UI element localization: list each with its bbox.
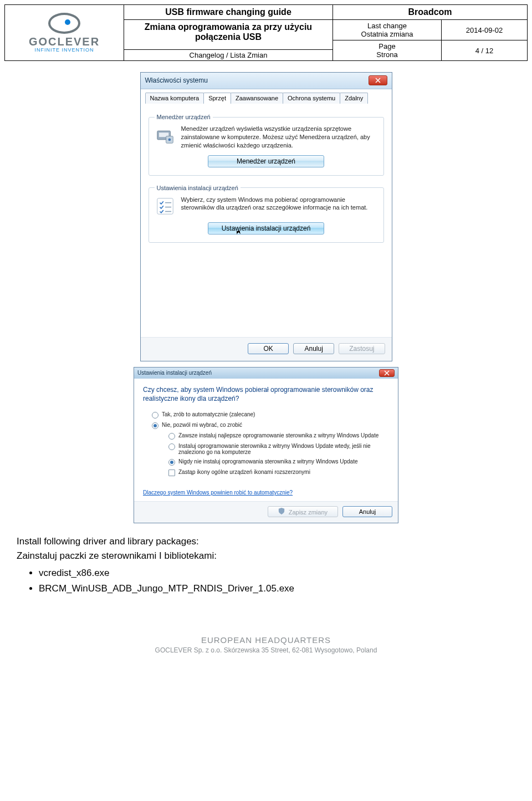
cancel-button[interactable]: Anuluj [293, 343, 334, 354]
device-manager-legend: Menedżer urządzeń [155, 114, 213, 120]
doc-title-en: USB firmware changing guide [124, 5, 332, 20]
footer-address: GOCLEVER Sp. z o.o. Skórzewska 35 Street… [0, 646, 532, 655]
doc-title-cell: USB firmware changing guide Zmiana oprog… [124, 5, 333, 60]
dialog-title: Właściwości systemu [145, 76, 369, 84]
radio-auto-label: Tak, zrób to automatycznie (zalecane) [162, 411, 255, 417]
hardware-tab-body: Menedżer urządzeń Menedżer urządzeń wyśw… [141, 104, 392, 337]
tab-remote[interactable]: Zdalny [340, 93, 368, 104]
radio-install-if-missing[interactable]: Instaluj oprogramowanie sterownika z wit… [168, 443, 389, 455]
system-properties-dialog: Właściwości systemu Nazwa komputera Sprz… [140, 72, 392, 361]
tab-advanced[interactable]: Zaawansowane [231, 93, 283, 104]
package-list: vcredist_x86.exe BRCM_WinUSB_ADB_Jungo_M… [28, 566, 515, 595]
radio-icon [152, 422, 158, 429]
tab-system-protect[interactable]: Ochrona systemu [283, 93, 340, 104]
checkbox-replace-icons[interactable]: Zastąp ikony ogólne urządzeń ikonami roz… [168, 469, 389, 476]
device-manager-group: Menedżer urządzeń Menedżer urządzeń wyśw… [149, 114, 384, 176]
device-install-desc: Wybierz, czy system Windows ma pobierać … [181, 196, 378, 212]
doc-title-pl: Zmiana oprogramowania za przy użyciu poł… [124, 20, 332, 49]
doc-meta: Broadcom Last change Ostatnia zmiana 201… [333, 5, 527, 60]
last-change-label: Last change Ostatnia zmiana [333, 20, 442, 40]
instruction-text: Install following driver and library pac… [17, 534, 515, 595]
radio-auto[interactable]: Tak, zrób to automatycznie (zalecane) [152, 411, 389, 419]
meta-brand: Broadcom [333, 5, 527, 20]
radio-ifmissing-label: Instaluj oprogramowanie sterownika z wit… [178, 443, 389, 455]
list-item: BRCM_WinUSB_ADB_Jungo_MTP_RNDIS_Driver_1… [39, 581, 515, 596]
radio-never-label: Nigdy nie instaluj oprogramowania sterow… [178, 458, 357, 465]
checklist-icon [155, 196, 176, 217]
checkbox-icon [168, 470, 175, 476]
shield-icon [278, 508, 285, 514]
dialog2-title: Ustawienia instalacji urządzeń [137, 370, 379, 376]
apply-button: Zastosuj [339, 343, 385, 354]
device-install-settings-dialog: Ustawienia instalacji urządzeń Czy chces… [134, 367, 398, 524]
dialog-titlebar[interactable]: Właściwości systemu [141, 73, 392, 89]
close-button[interactable] [369, 75, 387, 85]
document-footer: EUROPEAN HEADQUARTERS GOCLEVER Sp. z o.o… [0, 634, 532, 655]
last-change-value: 2014-09-02 [442, 20, 527, 40]
radio-icon [168, 433, 175, 440]
device-install-group: Ustawienia instalacji urządzeń Wybierz, … [149, 185, 384, 243]
close-button-2[interactable] [379, 369, 395, 377]
device-install-settings-button[interactable]: Ustawienia instalacji urządzeń [208, 222, 324, 234]
why-automatic-link[interactable]: Dlaczego system Windows powinien robić t… [143, 489, 389, 496]
svg-point-3 [168, 139, 171, 141]
dialog2-titlebar[interactable]: Ustawienia instalacji urządzeń [134, 368, 398, 379]
radio-icon [152, 412, 158, 419]
list-item: vcredist_x86.exe [39, 566, 515, 580]
logo-icon [48, 13, 80, 34]
tab-computer-name[interactable]: Nazwa komputera [145, 93, 204, 104]
brand-logo: GOCLEVER INFINITE INVENTION [5, 5, 124, 60]
radio-never-install[interactable]: Nigdy nie instaluj oprogramowania sterow… [168, 458, 389, 466]
device-install-legend: Ustawienia instalacji urządzeń [155, 185, 241, 191]
device-manager-desc: Menedżer urządzeń wyświetla wszystkie ur… [181, 125, 378, 150]
radio-choose[interactable]: Nie, pozwól mi wybrać, co zrobić [152, 422, 389, 429]
page-label: Page Strona [333, 40, 442, 60]
document-header: GOCLEVER INFINITE INVENTION USB firmware… [4, 4, 528, 61]
instruction-pl: Zainstaluj paczki ze sterownikami I bibl… [17, 549, 515, 563]
cancel-button-2[interactable]: Anuluj [342, 506, 392, 517]
install-question: Czy chcesz, aby system Windows pobierał … [143, 385, 389, 404]
dialog-footer: OK Anuluj Zastosuj [141, 337, 392, 361]
instruction-en: Install following driver and library pac… [17, 534, 515, 549]
changelog-label: Changelog / Lista Zmian [124, 49, 332, 60]
logo-subtext: INFINITE INVENTION [34, 47, 94, 53]
close-icon [384, 370, 390, 376]
radio-choose-label: Nie, pozwól mi wybrać, co zrobić [162, 422, 242, 428]
logo-text: GOCLEVER [29, 36, 100, 47]
tab-hardware[interactable]: Sprzęt [203, 93, 231, 104]
footer-headquarters: EUROPEAN HEADQUARTERS [0, 634, 532, 646]
ok-button[interactable]: OK [248, 343, 289, 354]
radio-icon [168, 459, 175, 466]
device-manager-icon [155, 125, 176, 146]
radio-always-label: Zawsze instaluj najlepsze oprogramowanie… [178, 432, 378, 438]
page-number: 4 / 12 [442, 40, 527, 60]
radio-icon [168, 443, 175, 450]
checkbox-replace-icons-label: Zastąp ikony ogólne urządzeń ikonami roz… [178, 469, 310, 475]
tab-bar: Nazwa komputera Sprzęt Zaawansowane Ochr… [141, 89, 392, 104]
dialog2-footer: Zapisz zmiany Anuluj [134, 501, 398, 523]
radio-always-install[interactable]: Zawsze instaluj najlepsze oprogramowanie… [168, 432, 389, 440]
close-icon [375, 78, 381, 83]
device-manager-button[interactable]: Menedżer urządzeń [208, 155, 324, 167]
save-changes-button: Zapisz zmiany [268, 506, 338, 517]
